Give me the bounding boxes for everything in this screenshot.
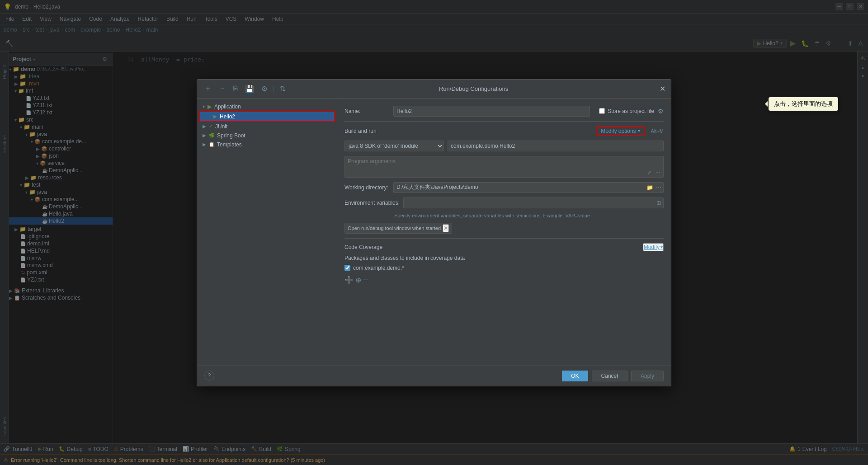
tag-text: Open run/debug tool window when started bbox=[348, 225, 441, 231]
dialog-apply-btn[interactable]: Apply bbox=[631, 371, 664, 381]
open-run-debug-tag: Open run/debug tool window when started … bbox=[344, 223, 452, 234]
packages-label: Packages and classes to include in cover… bbox=[344, 255, 664, 261]
env-vars-more-btn[interactable]: ⊞ bbox=[654, 198, 663, 207]
dialog-settings-btn[interactable]: ⚙ bbox=[259, 84, 269, 94]
modify-link-text: Modify bbox=[644, 244, 660, 250]
modal-overlay: ＋ － ⎘ 💾 ⚙ | ⇅ Run/Debug Configurations ✕… bbox=[0, 0, 868, 465]
spring-boot-label: Spring Boot bbox=[217, 132, 245, 139]
args-expand-btn[interactable]: ⤢ bbox=[646, 169, 653, 176]
dialog-copy-btn[interactable]: ⎘ bbox=[231, 84, 240, 94]
working-dir-more-btn[interactable]: ⋯ bbox=[654, 183, 663, 192]
modify-options-arrow: ▾ bbox=[638, 128, 640, 133]
coverage-header: Code Coverage Modify ▾ bbox=[344, 243, 664, 251]
application-icon: ▶ bbox=[208, 103, 212, 110]
name-label: Name: bbox=[344, 108, 390, 114]
build-run-label: Build and run bbox=[344, 128, 390, 134]
env-hint-text: Specify environment variables, separate … bbox=[344, 213, 664, 218]
dialog-title: Run/Debug Configurations bbox=[439, 85, 508, 92]
coverage-modify-btn[interactable]: Modify ▾ bbox=[643, 243, 664, 251]
store-settings-icon[interactable]: ⚙ bbox=[658, 108, 664, 115]
expand-application-arrow: ▾ bbox=[203, 104, 205, 109]
coverage-actions: ➕ ⊕ ─ bbox=[344, 276, 664, 284]
hello2-run-icon: ▶ bbox=[213, 114, 217, 119]
working-dir-container: 📁 ⋯ bbox=[393, 182, 664, 193]
run-debug-dialog: ＋ － ⎘ 💾 ⚙ | ⇅ Run/Debug Configurations ✕… bbox=[197, 79, 671, 386]
modify-link-arrow: ▾ bbox=[660, 244, 663, 249]
dialog-ok-btn[interactable]: OK bbox=[562, 371, 588, 381]
modify-options-label: Modify options bbox=[601, 128, 636, 134]
dialog-remove-btn[interactable]: － bbox=[217, 83, 228, 94]
callout-text: 点击，选择里面的选项 bbox=[769, 97, 838, 111]
dialog-add-btn[interactable]: ＋ bbox=[203, 83, 213, 94]
working-dir-input[interactable] bbox=[394, 184, 645, 191]
env-vars-input[interactable] bbox=[404, 200, 654, 206]
coverage-remove-btn[interactable]: ─ bbox=[363, 276, 368, 284]
junit-label: JUnit bbox=[215, 123, 227, 130]
coverage-checkbox-0[interactable] bbox=[344, 265, 350, 271]
modify-shortcut: Alt+M bbox=[651, 128, 664, 134]
java-sdk-row: java 8 SDK of 'demo' module bbox=[344, 141, 664, 151]
dialog-section-junit[interactable]: ▶ ✓ JUnit bbox=[197, 122, 337, 131]
tag-remove-btn[interactable]: ✕ bbox=[443, 224, 449, 232]
dialog-sort-btn[interactable]: ⇅ bbox=[278, 84, 288, 94]
store-project-checkbox[interactable] bbox=[599, 108, 605, 114]
env-vars-label: Environment variables: bbox=[344, 200, 400, 206]
dialog-body: ▾ ▶ Application ▶ Hello2 ▶ ✓ JUnit bbox=[197, 99, 671, 366]
callout-container: 1 点击，选择里面的选项 bbox=[769, 99, 778, 108]
program-args-row: ⤢ ⋯ bbox=[344, 156, 664, 178]
dialog-sidebar: ▾ ▶ Application ▶ Hello2 ▶ ✓ JUnit bbox=[197, 99, 337, 366]
junit-icon: ✓ bbox=[209, 124, 212, 129]
dialog-footer: ? OK Cancel Apply bbox=[197, 366, 671, 386]
dialog-section-spring[interactable]: ▶ 🌿 Spring Boot bbox=[197, 131, 337, 140]
coverage-add-sub-btn[interactable]: ⊕ bbox=[355, 276, 361, 284]
program-args-input[interactable] bbox=[344, 156, 664, 178]
main-class-input[interactable] bbox=[448, 141, 664, 151]
dialog-item-hello2[interactable]: ▶ Hello2 bbox=[199, 111, 335, 122]
dialog-section-application[interactable]: ▾ ▶ Application bbox=[197, 102, 337, 111]
coverage-package-0: com.example.demo.* bbox=[353, 265, 404, 271]
coverage-add-btn[interactable]: ➕ bbox=[344, 276, 354, 284]
coverage-item-0: com.example.demo.* bbox=[344, 264, 664, 272]
dialog-help-btn[interactable]: ? bbox=[204, 371, 214, 380]
working-dir-label: Working directory: bbox=[344, 184, 390, 191]
tags-row: Open run/debug tool window when started … bbox=[344, 223, 664, 234]
working-dir-folder-btn[interactable]: 📁 bbox=[645, 183, 654, 192]
application-label: Application bbox=[214, 103, 241, 110]
dialog-cancel-btn[interactable]: Cancel bbox=[592, 371, 627, 381]
env-vars-row: Environment variables: ⊞ bbox=[344, 197, 664, 208]
spring-run-icon: 🌿 bbox=[209, 133, 214, 138]
name-row: Name: Store as project file ⚙ bbox=[344, 106, 664, 117]
dialog-section-templates[interactable]: ▶ 📋 Templates bbox=[197, 140, 337, 149]
java-version-select[interactable]: java 8 SDK of 'demo' module bbox=[344, 141, 444, 151]
name-input[interactable] bbox=[393, 106, 590, 117]
env-vars-container: ⊞ bbox=[403, 197, 664, 208]
dialog-header: ＋ － ⎘ 💾 ⚙ | ⇅ Run/Debug Configurations ✕ bbox=[197, 80, 671, 99]
store-project-label: Store as project file bbox=[608, 108, 654, 114]
build-run-header: Build and run Modify options ▾ Alt+M bbox=[344, 126, 664, 136]
hello2-label: Hello2 bbox=[220, 113, 235, 120]
templates-icon: 📋 bbox=[209, 142, 214, 147]
dialog-content: Name: Store as project file ⚙ Build and … bbox=[337, 99, 671, 366]
modify-options-btn[interactable]: Modify options ▾ bbox=[596, 126, 644, 136]
args-more-btn[interactable]: ⋯ bbox=[654, 169, 662, 176]
dialog-save-btn[interactable]: 💾 bbox=[243, 84, 256, 94]
code-coverage-label: Code Coverage bbox=[344, 244, 382, 250]
templates-label: Templates bbox=[217, 141, 242, 148]
dialog-close-btn[interactable]: ✕ bbox=[660, 85, 665, 93]
store-as-project-check[interactable]: Store as project file bbox=[599, 108, 654, 114]
working-dir-row: Working directory: 📁 ⋯ bbox=[344, 182, 664, 193]
